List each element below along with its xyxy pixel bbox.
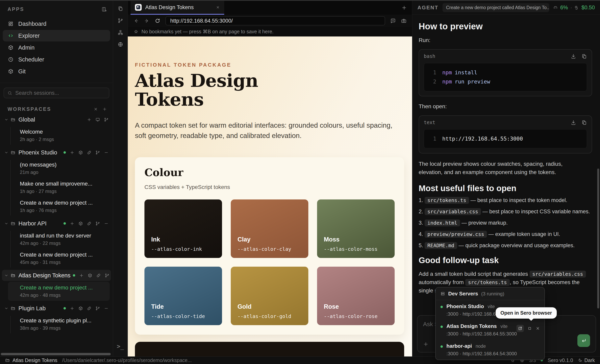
sidebar-item-scheduler[interactable]: Scheduler [3,54,110,65]
camera-icon[interactable] [401,18,407,24]
workspace-row-harbor-api[interactable]: Harbor API [0,218,113,229]
chat-icon[interactable] [390,18,396,24]
file-desc: — quick package overview and usage examp… [457,243,575,248]
search-icon [8,91,12,95]
session-item[interactable]: install and run the dev server 42m ago ·… [10,230,112,249]
add-session-icon[interactable] [70,150,75,155]
inline-code-chip[interactable]: src/variables.css [530,271,586,278]
git-branch-icon[interactable] [105,273,109,278]
download-icon[interactable] [571,54,576,59]
chevron-down-icon[interactable] [4,118,8,121]
sidebar-item-explorer[interactable]: Explorer [3,30,110,41]
chevron-down-icon[interactable] [4,221,8,225]
session-item[interactable]: Make one small improveme... 1h ago · 27 … [10,178,112,197]
agent-task-pill[interactable]: Create a new demo project called Atlas D… [442,3,549,12]
stop-server-icon[interactable] [527,326,532,331]
session-item[interactable]: (no messages) 21m ago [10,159,112,178]
pages-icon[interactable] [118,6,123,11]
link-icon[interactable] [87,221,92,226]
chevron-down-icon[interactable] [4,306,8,310]
dev-server-row-harbor-api[interactable]: harbor-api node :3000 · http://192.168.6… [436,340,544,360]
add-session-icon[interactable] [70,221,75,226]
session-item-selected[interactable]: Create a new demo project ... 42m ago · … [8,282,110,301]
sidebar-horizontal-scrollbar[interactable] [1,353,111,355]
open-in-browser-button[interactable] [516,325,524,332]
close-tab-icon[interactable] [216,5,220,9]
remove-workspace-icon[interactable] [104,150,109,155]
browser-tab-atlas-design-tokens[interactable]: Atlas Design Tokens [131,1,224,15]
add-session-icon[interactable] [87,117,92,122]
server-runtime: vite [488,304,495,309]
monitor-icon[interactable] [95,117,100,122]
back-icon[interactable] [133,18,139,24]
server-runtime: node [476,344,486,349]
send-button[interactable] [577,334,590,347]
link-icon[interactable] [87,306,92,311]
copy-icon[interactable] [581,120,587,125]
git-branch-icon[interactable] [95,221,100,226]
cube-icon[interactable] [88,273,92,278]
reload-icon[interactable] [155,18,160,24]
cube-icon[interactable] [78,221,83,226]
forward-icon[interactable] [144,18,150,24]
globe-icon[interactable] [118,42,123,47]
add-session-icon[interactable] [70,306,75,311]
star-icon[interactable] [134,29,138,34]
theme-toggle[interactable]: Dark [578,357,595,363]
session-item[interactable]: Create a new demo project ... 1h ago · 7… [10,197,112,216]
file-path-chip[interactable]: preview/preview.css [425,231,487,238]
workspace-row-atlas-design-tokens[interactable]: Atlas Design Tokens [2,270,111,281]
link-icon[interactable] [87,150,92,155]
link-icon[interactable] [96,273,101,278]
git-branch-icon[interactable] [104,117,109,122]
cost-value: $0.50 [581,5,595,11]
remove-workspace-icon[interactable] [104,306,109,311]
chevron-down-icon[interactable] [4,273,8,277]
session-meta: 1h ago · 76 msgs [20,208,112,213]
workspace-row-global[interactable]: Global [0,114,113,125]
code-arg: run preview [455,77,490,86]
file-path-chip[interactable]: README.md [425,242,457,249]
git-branch-icon[interactable] [118,18,123,23]
git-branch-icon[interactable] [95,150,100,155]
session-item[interactable]: Welcome 2h ago · 2 msgs [10,126,112,145]
file-path-chip[interactable]: src/variables.css [425,208,481,215]
download-icon[interactable] [571,120,576,125]
git-branch-icon[interactable] [95,306,100,311]
inline-code-chip[interactable]: src/tokens.ts [465,279,510,286]
search-input[interactable]: Search sessions... [4,88,109,98]
url-input[interactable]: http://192.168.64.55:3000/ [166,16,385,25]
workspace-row-phoenix-studio[interactable]: Phoenix Studio [0,147,113,158]
running-status-dot [441,345,443,348]
code-line: 1 npm install [428,68,583,77]
add-workspace-icon[interactable] [102,107,107,111]
running-status-dot [64,151,66,154]
session-item[interactable]: Create a new demo project ... 45m ago · … [10,249,112,268]
nav-label: Explorer [18,33,40,39]
agent-scrollbar[interactable] [597,169,599,309]
add-session-icon[interactable] [79,273,84,278]
new-tab-icon[interactable] [401,5,407,10]
terminal-toggle-icon[interactable]: >_ [117,343,124,350]
chevron-down-icon[interactable] [4,150,8,155]
remove-workspace-icon[interactable] [104,221,109,226]
file-path-chip[interactable]: index.html [425,219,460,227]
agent-metrics: 6% · $0.50 [553,5,595,11]
new-window-icon[interactable] [101,7,107,12]
sidebar-item-git[interactable]: Git [3,66,110,77]
close-icon[interactable] [535,326,540,331]
dev-server-row-atlas-design-tokens[interactable]: Atlas Design Tokens vite :3000 · http://… [436,320,544,340]
sidebar-item-admin[interactable]: Admin [3,42,110,53]
file-path-chip[interactable]: src/tokens.ts [425,197,469,204]
sidebar-item-dashboard[interactable]: Dashboard [3,18,110,29]
workspace-row-plugin-lab[interactable]: Plugin Lab [0,303,113,314]
collapse-all-icon[interactable] [94,107,98,111]
sitemap-icon[interactable] [118,30,123,35]
attach-plus-icon[interactable] [423,341,429,347]
workspaces-section-header: WORKSPACES [8,106,107,112]
cube-icon[interactable] [78,150,83,155]
session-item[interactable]: Create a synthetic plugin pl... 38m ago … [10,315,112,334]
copy-icon[interactable] [581,54,587,59]
cube-icon[interactable] [78,306,83,311]
colour-heading: Colour [144,166,395,178]
